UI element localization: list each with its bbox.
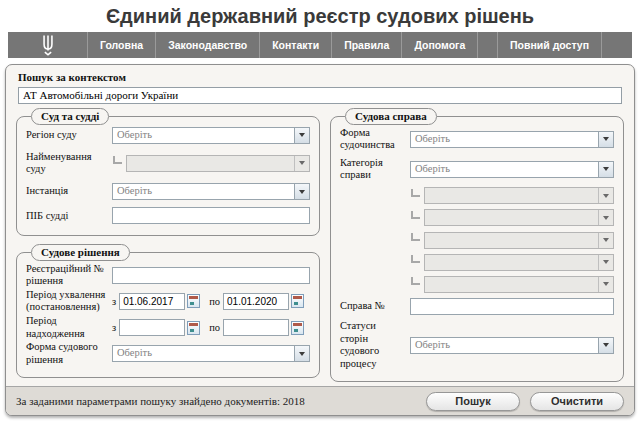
case-subcategory-select-2 (424, 209, 614, 226)
registration-number-input[interactable] (112, 267, 310, 284)
registration-number-row: Реєстраційний № рішення (26, 263, 310, 288)
case-subcategory-select-4 (424, 254, 614, 271)
nav-item-help[interactable]: Допомога (402, 32, 478, 58)
proceeding-form-select[interactable]: Оберіть (410, 131, 614, 148)
trident-icon[interactable] (8, 32, 88, 58)
decision-form-row: Форма судового рішення Оберіть (26, 341, 310, 366)
judge-name-input[interactable] (112, 207, 310, 224)
context-search-section: Пошук за контекстом (6, 65, 634, 106)
chevron-down-icon (598, 255, 613, 270)
form-columns: Суд та судді Регіон суду Оберіть Наймену… (6, 106, 634, 387)
footer-bar: За заданими параметрами пошуку знайдено … (6, 386, 634, 415)
receipt-from-date-input[interactable] (119, 319, 185, 336)
tree-branch-icon (411, 233, 420, 241)
calendar-icon[interactable] (187, 321, 200, 335)
main-navigation: Головна Законодавство Контакти Правила Д… (8, 32, 632, 58)
region-label: Регіон суду (26, 129, 112, 142)
case-number-label: Справа № (340, 300, 410, 313)
case-subcategory-row-5 (340, 276, 614, 293)
search-button[interactable]: Пошук (426, 392, 520, 411)
search-form-panel: Пошук за контекстом Суд та судді Регіон … (5, 64, 635, 416)
decision-form-select-value: Оберіть (113, 346, 294, 361)
adoption-from-date-input[interactable] (119, 293, 185, 310)
chevron-down-icon (598, 188, 613, 203)
case-subcategory-select-3 (424, 232, 614, 249)
calendar-icon[interactable] (291, 321, 304, 335)
context-search-label: Пошук за контекстом (18, 71, 622, 83)
context-search-input[interactable] (18, 87, 622, 104)
receipt-period-row: Період надходження з по (26, 315, 310, 340)
region-select-value: Оберіть (113, 128, 294, 143)
chevron-down-icon (294, 156, 309, 171)
left-column: Суд та судді Регіон суду Оберіть Наймену… (16, 108, 320, 383)
tree-branch-icon (411, 189, 420, 197)
court-name-select-value (127, 156, 294, 171)
nav-item-full-access[interactable]: Повний доступ (498, 32, 602, 58)
instance-select-value: Оберіть (113, 184, 294, 199)
case-subcategory-row-3 (340, 232, 614, 249)
documents-found-status: За заданими параметрами пошуку знайдено … (16, 395, 416, 407)
nav-item-legislation[interactable]: Законодавство (156, 32, 260, 58)
nav-end-spacer (602, 32, 632, 58)
court-name-row: Найменування суду (26, 151, 310, 176)
right-column: Судова справа Форма судочинства Оберіть … (330, 108, 624, 383)
tree-branch-icon (411, 255, 420, 263)
judge-name-label: ПІБ судді (26, 210, 112, 223)
nav-item-contacts[interactable]: Контакти (260, 32, 332, 58)
case-category-label: Категорія справи (340, 157, 410, 182)
case-subcategory-select-5 (424, 276, 614, 293)
court-case-group: Судова справа Форма судочинства Оберіть … (330, 108, 624, 383)
party-status-label: Статуси сторін судового процесу (340, 320, 410, 370)
calendar-icon[interactable] (291, 294, 304, 308)
nav-item-home[interactable]: Головна (88, 32, 156, 58)
nav-spacer (478, 32, 498, 58)
case-category-select[interactable]: Оберіть (410, 161, 614, 178)
chevron-down-icon[interactable] (598, 338, 613, 353)
from-label: з (112, 296, 116, 307)
chevron-down-icon[interactable] (598, 162, 613, 177)
receipt-to-date-input[interactable] (223, 319, 289, 336)
instance-select[interactable]: Оберіть (112, 183, 310, 200)
judge-row: ПІБ судді (26, 207, 310, 224)
chevron-down-icon[interactable] (294, 128, 309, 143)
adoption-period-row: Період ухвалення (постановлення) з по (26, 289, 310, 314)
tree-branch-icon (113, 156, 122, 164)
decision-form-label: Форма судового рішення (26, 341, 112, 366)
case-subcategory-row-4 (340, 254, 614, 271)
chevron-down-icon[interactable] (294, 346, 309, 361)
registration-number-label: Реєстраційний № рішення (26, 263, 112, 288)
court-decision-group: Судове рішення Реєстраційний № рішення П… (16, 244, 320, 378)
chevron-down-icon[interactable] (294, 184, 309, 199)
case-category-row: Категорія справи Оберіть (340, 157, 614, 182)
party-status-row: Статуси сторін судового процесу Оберіть (340, 320, 614, 370)
case-number-input[interactable] (410, 298, 614, 315)
case-subcategory-select-1 (424, 187, 614, 204)
to-label: по (209, 296, 220, 307)
court-name-select (126, 155, 310, 172)
trident-icon-svg (40, 34, 56, 56)
decision-form-select[interactable]: Оберіть (112, 345, 310, 362)
case-category-select-value: Оберіть (411, 162, 598, 177)
party-status-select[interactable]: Оберіть (410, 337, 614, 354)
court-group-legend: Суд та судді (31, 108, 109, 125)
case-number-row: Справа № (340, 298, 614, 315)
chevron-down-icon (598, 233, 613, 248)
adoption-period-label: Період ухвалення (постановлення) (26, 289, 112, 314)
adoption-to-date-input[interactable] (223, 293, 289, 310)
to-label: по (209, 322, 220, 333)
from-label: з (112, 322, 116, 333)
nav-item-rules[interactable]: Правила (332, 32, 402, 58)
court-name-label: Найменування суду (26, 151, 112, 176)
region-row: Регіон суду Оберіть (26, 127, 310, 144)
party-status-select-value: Оберіть (411, 338, 598, 353)
chevron-down-icon (598, 277, 613, 292)
decision-group-legend: Судове рішення (31, 244, 130, 261)
chevron-down-icon[interactable] (598, 132, 613, 147)
chevron-down-icon (598, 210, 613, 225)
region-select[interactable]: Оберіть (112, 127, 310, 144)
calendar-icon[interactable] (187, 294, 200, 308)
instance-row: Інстанція Оберіть (26, 183, 310, 200)
case-subcategory-row-1 (340, 187, 614, 204)
clear-button[interactable]: Очистити (530, 392, 624, 411)
page-title: Єдиний державний реєстр судових рішень (0, 5, 640, 28)
